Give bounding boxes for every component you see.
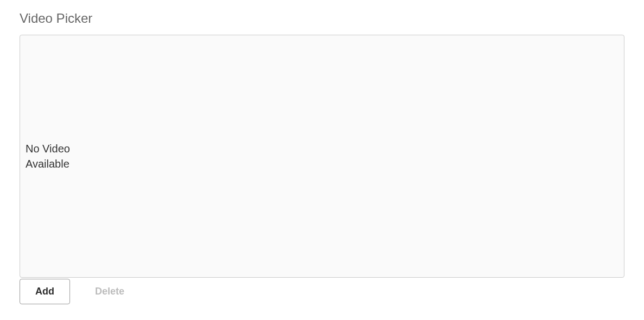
video-preview-panel: No Video Available (20, 35, 624, 278)
section-title: Video Picker (20, 11, 624, 26)
no-video-message: No Video Available (26, 141, 80, 171)
button-row: Add Delete (20, 279, 624, 304)
add-button[interactable]: Add (20, 279, 70, 304)
delete-button: Delete (90, 279, 130, 304)
